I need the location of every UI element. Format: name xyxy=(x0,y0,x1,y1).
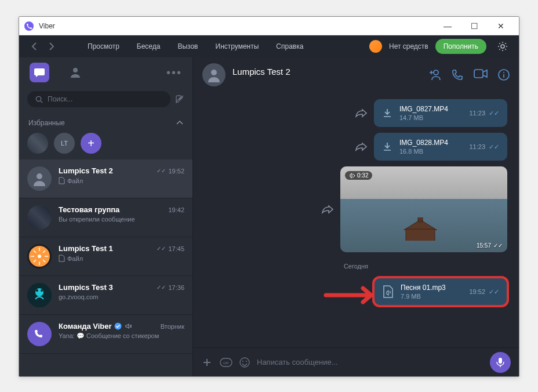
chat-name: Lumpics Test 2 xyxy=(59,166,157,175)
download-icon xyxy=(382,108,392,118)
composer: GIF Написать сообщение... xyxy=(193,347,519,376)
main-panel: Lumpics Test 2 IMG_0827.M xyxy=(193,57,519,376)
chat-avatar xyxy=(27,322,52,346)
menu-chat[interactable]: Беседа xyxy=(129,42,169,50)
topup-button[interactable]: Пополнить xyxy=(435,39,486,54)
audio-file-icon xyxy=(382,285,394,298)
attach-button[interactable] xyxy=(201,357,213,368)
chevron-up-icon xyxy=(176,121,183,125)
info-button[interactable] xyxy=(498,69,510,81)
search-icon xyxy=(35,96,43,103)
window-title: Viber xyxy=(39,22,434,30)
nav-fwd-button[interactable] xyxy=(43,38,60,55)
fav-add-button[interactable]: + xyxy=(81,133,101,154)
annotation-arrow xyxy=(323,285,379,305)
forward-button[interactable] xyxy=(355,108,367,118)
video-message[interactable]: 0:32 15:57 ✓✓ xyxy=(340,166,507,252)
menu-call[interactable]: Вызов xyxy=(169,42,206,50)
search-placeholder: Поиск... xyxy=(48,95,72,103)
maximize-button[interactable]: ☐ xyxy=(461,17,488,35)
file-message[interactable]: IMG_0828.MP4 16.8 MB 11:23✓✓ xyxy=(374,133,507,161)
file-icon xyxy=(59,177,65,184)
add-contact-button[interactable] xyxy=(428,69,441,81)
svg-point-13 xyxy=(434,70,438,75)
file-icon xyxy=(59,255,65,262)
titlebar: Viber — ☐ ✕ xyxy=(19,17,519,35)
contacts-tab[interactable] xyxy=(66,63,85,82)
sticker-button[interactable] xyxy=(239,357,250,368)
messages: IMG_0827.MP4 14.7 MB 11:23✓✓ IMG_0828.MP… xyxy=(193,92,519,347)
svg-point-16 xyxy=(503,72,504,73)
chats-tab[interactable] xyxy=(30,63,49,82)
chat-name: Lumpics Test 1 xyxy=(59,244,157,253)
forward-button[interactable] xyxy=(322,205,333,214)
favorites-row: LT + xyxy=(19,130,192,159)
svg-point-1 xyxy=(501,45,504,48)
favorites-header[interactable]: Избранные xyxy=(19,113,192,130)
settings-button[interactable] xyxy=(493,41,512,52)
muted-icon xyxy=(124,322,132,330)
chat-name: Тестовая группа xyxy=(59,205,168,214)
svg-point-8 xyxy=(35,288,43,296)
svg-point-12 xyxy=(211,70,217,75)
nav-back-button[interactable] xyxy=(26,38,42,55)
chat-avatar xyxy=(27,244,52,268)
svg-point-20 xyxy=(242,361,243,362)
voice-call-button[interactable] xyxy=(452,69,463,81)
chat-name: Lumpics Test 3 xyxy=(59,283,157,292)
balance-icon xyxy=(369,40,382,53)
svg-point-0 xyxy=(24,21,34,31)
chat-item[interactable]: Lumpics Test 3✓✓17:36 go.zvooq.com xyxy=(19,276,192,315)
svg-point-4 xyxy=(37,173,42,179)
svg-point-9 xyxy=(36,289,38,292)
chat-item[interactable]: Команда Viber Вторник Yana: 💬 Сообщение … xyxy=(19,315,192,354)
fav-avatar-1[interactable] xyxy=(27,133,48,154)
menubar: Просмотр Беседа Вызов Инструменты Справк… xyxy=(19,35,519,57)
header-avatar[interactable] xyxy=(202,63,226,86)
message-input[interactable]: Написать сообщение... xyxy=(257,358,483,366)
svg-text:GIF: GIF xyxy=(223,361,229,365)
header-status xyxy=(232,77,290,84)
minimize-button[interactable]: — xyxy=(434,17,461,35)
sidebar: ••• Поиск... Избранные LT + xyxy=(19,57,193,376)
header-name: Lumpics Test 2 xyxy=(232,67,290,77)
menu-view[interactable]: Просмотр xyxy=(79,42,128,50)
fav-avatar-2[interactable]: LT xyxy=(54,133,75,154)
chat-avatar xyxy=(27,283,52,307)
chat-name: Команда Viber xyxy=(59,322,161,331)
close-button[interactable]: ✕ xyxy=(488,17,514,35)
svg-point-6 xyxy=(38,255,41,258)
search-input[interactable]: Поиск... xyxy=(27,91,170,107)
video-call-button[interactable] xyxy=(474,69,488,81)
download-icon xyxy=(382,141,392,152)
mic-button[interactable] xyxy=(490,352,511,373)
menu-help[interactable]: Справка xyxy=(268,42,311,50)
svg-point-21 xyxy=(246,361,247,362)
chat-avatar xyxy=(27,166,52,191)
chat-avatar xyxy=(27,205,52,230)
chat-item[interactable]: Lumpics Test 2✓✓19:52 Файл xyxy=(19,159,192,198)
svg-rect-14 xyxy=(474,70,483,78)
file-message[interactable]: IMG_0827.MP4 14.7 MB 11:23✓✓ xyxy=(374,99,507,127)
chat-item[interactable]: Lumpics Test 1✓✓17:45 Файл xyxy=(19,237,192,276)
date-divider: Сегодня xyxy=(205,258,507,272)
svg-point-10 xyxy=(41,289,43,292)
menu-tools[interactable]: Инструменты xyxy=(208,42,267,50)
more-tab[interactable]: ••• xyxy=(166,66,182,79)
svg-point-3 xyxy=(36,96,41,101)
svg-rect-22 xyxy=(499,358,502,364)
video-duration: 0:32 xyxy=(345,171,372,180)
verified-icon xyxy=(114,322,122,330)
chat-list: Lumpics Test 2✓✓19:52 Файл Тестовая груп… xyxy=(19,159,192,376)
compose-button[interactable] xyxy=(175,95,184,104)
file-message-highlighted[interactable]: Песня 01.mp3 7.9 MB 19:52✓✓ xyxy=(374,278,507,306)
gif-button[interactable]: GIF xyxy=(220,358,232,367)
chat-item[interactable]: Тестовая группа19:42 Вы открепили сообще… xyxy=(19,198,192,237)
chat-header: Lumpics Test 2 xyxy=(193,57,519,92)
balance-text: Нет средств xyxy=(389,42,428,50)
viber-logo-icon xyxy=(24,21,34,31)
forward-button[interactable] xyxy=(355,142,367,151)
svg-point-2 xyxy=(73,68,78,72)
